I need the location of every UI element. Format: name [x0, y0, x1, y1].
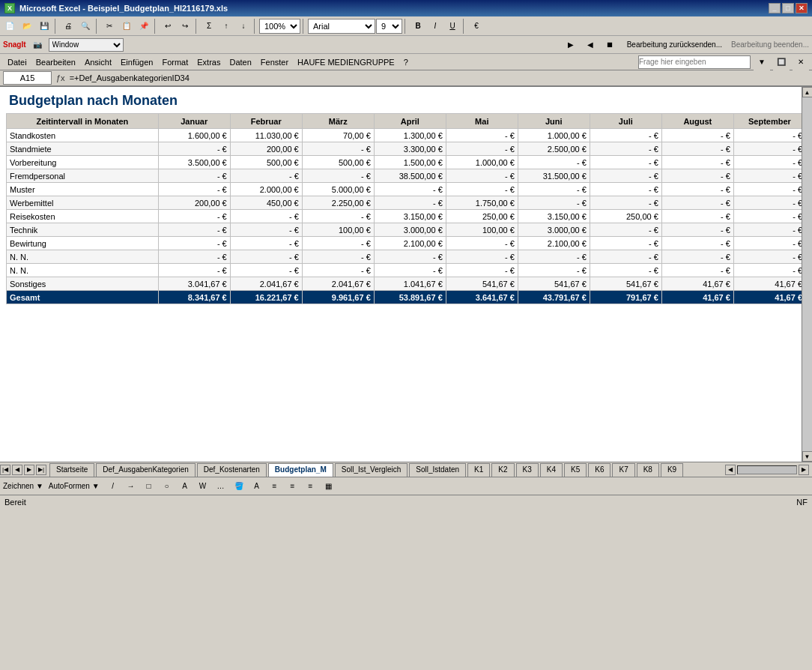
- font-size-select[interactable]: 9: [376, 19, 402, 34]
- sheet-tab[interactable]: K5: [564, 463, 587, 477]
- cell-value[interactable]: 70,00 €: [302, 129, 374, 142]
- cell-value[interactable]: 200,00 €: [158, 196, 230, 210]
- cell-reference-input[interactable]: [3, 71, 52, 85]
- cell-value[interactable]: 16.221,67 €: [230, 291, 302, 304]
- cell-value[interactable]: 3.041,67 €: [158, 277, 230, 291]
- cell-value[interactable]: 1.600,00 €: [158, 129, 230, 142]
- sheet-tab[interactable]: K8: [637, 463, 659, 477]
- sheet-tab[interactable]: K1: [467, 463, 490, 477]
- cell-value[interactable]: - €: [518, 250, 590, 264]
- sort-asc-button[interactable]: ↑: [218, 18, 234, 34]
- cell-value[interactable]: 1.300,00 €: [374, 129, 446, 142]
- cell-value[interactable]: 2.041,67 €: [302, 277, 374, 291]
- cell-value[interactable]: - €: [446, 129, 518, 142]
- cell-value[interactable]: - €: [302, 142, 374, 156]
- help-search-input[interactable]: [638, 55, 751, 69]
- cell-value[interactable]: - €: [230, 210, 302, 223]
- tab-next-btn[interactable]: ▶: [24, 465, 34, 475]
- cell-value[interactable]: - €: [733, 142, 805, 156]
- cell-value[interactable]: 450,00 €: [230, 196, 302, 210]
- bold-button[interactable]: B: [410, 18, 426, 34]
- cell-value[interactable]: - €: [446, 237, 518, 250]
- cell-value[interactable]: - €: [590, 264, 661, 277]
- sheet-tab[interactable]: K7: [612, 463, 634, 477]
- undo-button[interactable]: ↩: [160, 18, 176, 34]
- cell-value[interactable]: - €: [374, 250, 446, 264]
- cell-value[interactable]: - €: [661, 237, 733, 250]
- cell-value[interactable]: - €: [590, 129, 661, 142]
- cell-value[interactable]: - €: [302, 169, 374, 183]
- h-scroll-right-btn[interactable]: ▶: [799, 465, 809, 475]
- print-preview-button[interactable]: 🔍: [77, 18, 94, 34]
- draw-fill-btn[interactable]: 🪣: [231, 478, 247, 495]
- menu-extras[interactable]: Extras: [193, 56, 225, 68]
- cell-value[interactable]: - €: [446, 250, 518, 264]
- cell-value[interactable]: 8.341,67 €: [158, 291, 230, 304]
- cell-value[interactable]: - €: [446, 183, 518, 196]
- draw-wordart-btn[interactable]: W: [195, 478, 211, 495]
- cell-value[interactable]: 3.150,00 €: [518, 210, 590, 223]
- sheet-tab[interactable]: Soll_Ist_Vergleich: [335, 463, 408, 477]
- cell-value[interactable]: - €: [158, 183, 230, 196]
- sheet-tab[interactable]: Budgetplan_M: [268, 463, 333, 477]
- vertical-scrollbar[interactable]: ▲ ▼: [802, 87, 812, 462]
- cell-value[interactable]: - €: [661, 169, 733, 183]
- sheet-tab[interactable]: Def_Kostenarten: [197, 463, 267, 477]
- help-search-btn[interactable]: ▼: [754, 54, 770, 70]
- cell-value[interactable]: 43.791,67 €: [518, 291, 590, 304]
- cell-value[interactable]: 2.500,00 €: [518, 142, 590, 156]
- cell-value[interactable]: - €: [158, 142, 230, 156]
- draw-rect-btn[interactable]: □: [141, 478, 157, 495]
- cell-value[interactable]: - €: [374, 264, 446, 277]
- cell-value[interactable]: 41,67 €: [661, 277, 733, 291]
- cell-value[interactable]: - €: [733, 196, 805, 210]
- draw-align-left-btn[interactable]: ≡: [267, 478, 283, 495]
- cell-value[interactable]: 2.041,67 €: [230, 277, 302, 291]
- menu-fenster[interactable]: Fenster: [256, 56, 293, 68]
- sheet-tab[interactable]: Def_AusgabenKategorien: [96, 463, 196, 477]
- cell-value[interactable]: - €: [590, 237, 661, 250]
- cell-value[interactable]: - €: [590, 196, 661, 210]
- snagit-camera-button[interactable]: 📷: [29, 37, 46, 53]
- cell-value[interactable]: - €: [590, 223, 661, 237]
- draw-line-btn[interactable]: /: [105, 478, 121, 495]
- sum-button[interactable]: Σ: [201, 18, 217, 34]
- draw-align-center-btn[interactable]: ≡: [285, 478, 301, 495]
- cell-value[interactable]: 2.100,00 €: [518, 237, 590, 250]
- cell-value[interactable]: 200,00 €: [230, 142, 302, 156]
- cell-value[interactable]: - €: [518, 196, 590, 210]
- cell-value[interactable]: - €: [518, 183, 590, 196]
- cell-value[interactable]: - €: [518, 264, 590, 277]
- cell-value[interactable]: - €: [733, 250, 805, 264]
- h-scroll-left-btn[interactable]: ◀: [725, 465, 736, 475]
- minimize-button[interactable]: _: [769, 3, 781, 13]
- cell-value[interactable]: - €: [661, 183, 733, 196]
- draw-font-color-btn[interactable]: A: [249, 478, 265, 495]
- cell-value[interactable]: - €: [733, 129, 805, 142]
- save-button[interactable]: 💾: [36, 18, 52, 34]
- cell-value[interactable]: - €: [230, 250, 302, 264]
- cell-value[interactable]: - €: [733, 237, 805, 250]
- draw-more-btn[interactable]: …: [213, 478, 229, 495]
- cell-value[interactable]: - €: [302, 264, 374, 277]
- cell-value[interactable]: 53.891,67 €: [374, 291, 446, 304]
- draw-text-btn[interactable]: A: [177, 478, 193, 495]
- cut-button[interactable]: ✂: [101, 18, 118, 34]
- sheet-tab[interactable]: Startseite: [49, 463, 94, 477]
- italic-button[interactable]: I: [427, 18, 443, 34]
- cell-value[interactable]: 41,67 €: [733, 291, 805, 304]
- cell-value[interactable]: 41,67 €: [661, 291, 733, 304]
- cell-value[interactable]: - €: [158, 250, 230, 264]
- paste-button[interactable]: 📌: [136, 18, 152, 34]
- maximize-button[interactable]: □: [782, 3, 794, 13]
- cell-value[interactable]: 1.750,00 €: [446, 196, 518, 210]
- cell-value[interactable]: 541,67 €: [518, 277, 590, 291]
- menu-bearbeiten[interactable]: Bearbeiten: [31, 56, 80, 68]
- cell-value[interactable]: 9.961,67 €: [302, 291, 374, 304]
- cell-value[interactable]: - €: [661, 210, 733, 223]
- cell-value[interactable]: - €: [302, 237, 374, 250]
- copy-button[interactable]: 📋: [118, 18, 135, 34]
- cell-value[interactable]: 2.000,00 €: [230, 183, 302, 196]
- cell-value[interactable]: 1.500,00 €: [374, 156, 446, 169]
- cell-value[interactable]: 250,00 €: [446, 210, 518, 223]
